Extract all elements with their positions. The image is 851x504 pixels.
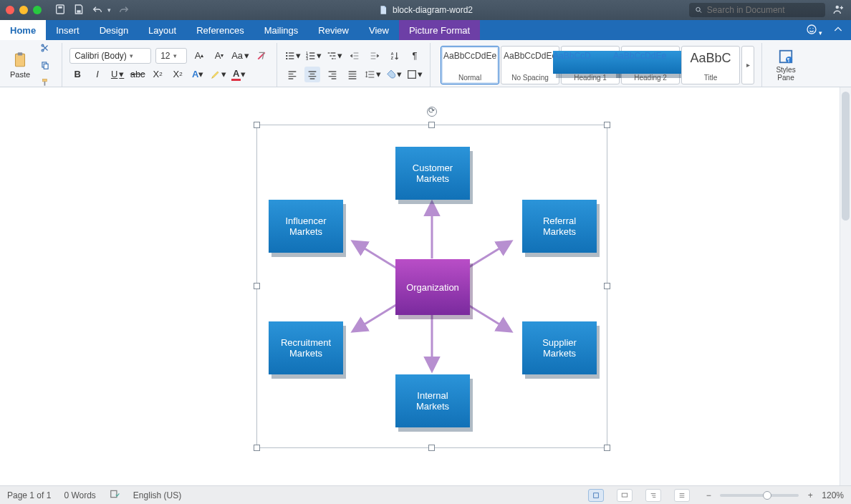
tab-insert[interactable]: Insert	[46, 20, 90, 40]
tab-mailings[interactable]: Mailings	[254, 20, 309, 40]
tab-picture-format[interactable]: Picture Format	[399, 20, 480, 40]
svg-text:Z: Z	[391, 56, 394, 60]
shading-button[interactable]: ▾	[385, 67, 402, 82]
search-input[interactable]	[707, 5, 819, 15]
page[interactable]: CustomerMarkets InfluencerMarkets Referr…	[10, 87, 834, 485]
view-outline-button[interactable]	[645, 489, 661, 502]
status-word-count[interactable]: 0 Words	[64, 490, 95, 500]
svg-line-30	[463, 242, 510, 271]
multilevel-list-button[interactable]: ▾	[326, 48, 342, 64]
svg-point-3	[696, 7, 700, 11]
undo-dropdown-icon[interactable]: ▾	[107, 6, 111, 14]
zoom-out-button[interactable]: −	[703, 490, 714, 501]
font-name-select[interactable]: Calibri (Body)▾	[69, 48, 151, 64]
increase-indent-button[interactable]	[367, 48, 383, 64]
bold-button[interactable]: B	[69, 67, 85, 82]
minimize-window-button[interactable]	[19, 6, 28, 14]
maximize-window-button[interactable]	[33, 6, 42, 14]
subscript-button[interactable]: X2	[150, 67, 165, 82]
style-item-no-spacing[interactable]: AaBbCcDdEeNo Spacing	[501, 46, 559, 84]
zoom-value[interactable]: 120%	[822, 490, 844, 500]
tab-label: View	[369, 25, 389, 36]
underline-button[interactable]: U▾	[110, 67, 125, 82]
decrease-indent-button[interactable]	[347, 48, 362, 64]
tab-references[interactable]: References	[186, 20, 254, 40]
node-referral-markets: ReferralMarkets	[522, 200, 597, 253]
highlight-button[interactable]: ▾	[210, 67, 226, 82]
status-language[interactable]: English (US)	[133, 490, 181, 500]
grow-font-button[interactable]: A▴	[191, 48, 207, 64]
style-item-heading-1[interactable]: AaBbCcDHeading 1	[561, 46, 620, 84]
font-size-select[interactable]: 12▾	[155, 48, 187, 64]
status-page[interactable]: Page 1 of 1	[7, 490, 51, 500]
close-window-button[interactable]	[6, 6, 14, 14]
feedback-icon[interactable]: ▾	[806, 24, 822, 37]
italic-button[interactable]: I	[90, 67, 105, 82]
shrink-font-button[interactable]: A▾	[211, 48, 227, 64]
collapse-ribbon-icon[interactable]	[832, 24, 844, 37]
save-icon[interactable]	[73, 4, 85, 17]
styles-gallery-more[interactable]: ▸	[741, 46, 754, 84]
style-item-heading-2[interactable]: AaBbCcDdEeHeading 2	[621, 46, 680, 84]
show-marks-button[interactable]: ¶	[407, 48, 423, 64]
view-web-layout-button[interactable]	[617, 489, 633, 502]
align-left-button[interactable]	[284, 67, 300, 82]
tab-label: Review	[318, 25, 349, 36]
paste-button[interactable]: Paste	[10, 51, 30, 79]
strikethrough-button[interactable]: abc	[130, 67, 145, 82]
search-box[interactable]	[689, 3, 825, 17]
style-label: Normal	[458, 74, 481, 82]
rotation-handle[interactable]	[427, 107, 437, 117]
resize-handle-tr[interactable]	[604, 122, 610, 128]
resize-handle-tl[interactable]	[254, 122, 260, 128]
sort-button[interactable]: AZ	[387, 48, 403, 64]
resize-handle-bl[interactable]	[254, 445, 260, 451]
zoom-in-button[interactable]: +	[804, 490, 816, 501]
justify-button[interactable]	[345, 67, 360, 82]
resize-handle-tm[interactable]	[428, 122, 435, 128]
superscript-button[interactable]: X2	[170, 67, 186, 82]
clear-formatting-button[interactable]	[254, 48, 269, 64]
style-item-normal[interactable]: AaBbCcDdEeNormal	[441, 46, 499, 84]
styles-pane-button[interactable]: ¶ Styles Pane	[769, 49, 802, 82]
resize-handle-br[interactable]	[604, 445, 610, 451]
borders-button[interactable]: ▾	[406, 67, 423, 82]
align-center-button[interactable]	[304, 67, 320, 82]
view-print-layout-button[interactable]	[588, 489, 604, 502]
svg-line-31	[354, 302, 400, 331]
redo-icon[interactable]	[118, 4, 130, 17]
text-effects-button[interactable]: A▾	[190, 67, 206, 82]
spellcheck-icon[interactable]	[109, 489, 120, 501]
resize-handle-ml[interactable]	[254, 283, 260, 289]
autosave-icon[interactable]	[54, 4, 66, 17]
zoom-slider-knob[interactable]	[763, 491, 771, 500]
tab-home[interactable]: Home	[0, 20, 46, 40]
tab-layout[interactable]: Layout	[138, 20, 186, 40]
share-button[interactable]	[832, 3, 845, 18]
cut-button[interactable]	[37, 40, 53, 56]
tab-review[interactable]: Review	[308, 20, 359, 40]
line-spacing-button[interactable]: ▾	[365, 67, 381, 82]
undo-icon[interactable]	[92, 4, 103, 17]
font-color-button[interactable]: A▾	[231, 67, 246, 82]
copy-button[interactable]	[37, 57, 53, 73]
numbering-button[interactable]: 123▾	[305, 48, 322, 64]
bullets-button[interactable]: ▾	[284, 48, 301, 64]
resize-handle-bm[interactable]	[428, 445, 435, 451]
resize-handle-mr[interactable]	[604, 283, 610, 289]
tab-view[interactable]: View	[359, 20, 399, 40]
zoom-slider[interactable]	[720, 494, 799, 497]
change-case-button[interactable]: Aa▾	[231, 48, 249, 64]
window-controls	[6, 6, 42, 14]
vertical-scrollbar[interactable]	[840, 87, 851, 485]
align-right-button[interactable]	[324, 67, 340, 82]
svg-rect-33	[111, 490, 117, 497]
view-draft-button[interactable]	[674, 489, 690, 502]
selected-image-frame[interactable]: CustomerMarkets InfluencerMarkets Referr…	[256, 125, 607, 448]
search-icon	[695, 6, 703, 14]
tab-design[interactable]: Design	[90, 20, 138, 40]
style-preview: AaBbC	[691, 51, 731, 66]
style-item-title[interactable]: AaBbCTitle	[681, 46, 740, 84]
scrollbar-thumb[interactable]	[842, 92, 850, 220]
document-area[interactable]: CustomerMarkets InfluencerMarkets Referr…	[0, 87, 851, 485]
